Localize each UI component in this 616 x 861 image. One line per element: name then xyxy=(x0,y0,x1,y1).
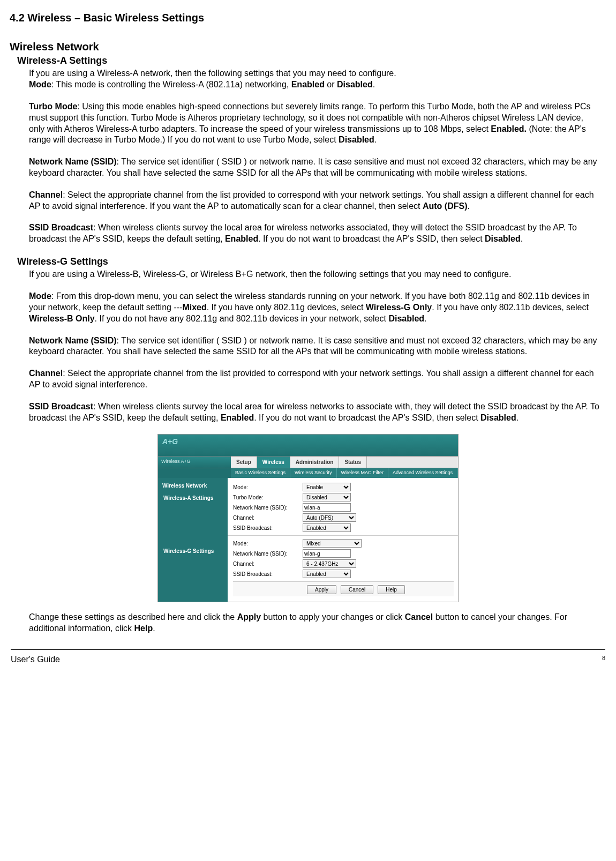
subtab-security[interactable]: Wireless Security xyxy=(290,468,337,478)
cancel-button[interactable]: Cancel xyxy=(341,585,373,594)
g-channel: Channel: Select the appropriate channel … xyxy=(29,368,601,391)
select-channel-g[interactable]: 6 - 2.437GHz xyxy=(303,559,356,568)
subtab-basic[interactable]: Basic Wireless Settings xyxy=(231,468,290,478)
section-title: 4.2 Wireless – Basic Wireless Settings xyxy=(10,11,606,25)
side-group-g: Wireless-G Settings xyxy=(158,545,228,557)
input-ssid-g[interactable] xyxy=(303,549,351,558)
g-ssid: Network Name (SSID): The service set ide… xyxy=(29,335,601,358)
tab-status[interactable]: Status xyxy=(339,456,367,468)
tab-administration[interactable]: Administration xyxy=(290,456,340,468)
g-broadcast: SSID Broadcast: When wireless clients su… xyxy=(29,401,601,424)
select-mode-a[interactable]: Enable xyxy=(303,483,351,491)
a-broadcast: SSID Broadcast: When wireless clients su… xyxy=(29,222,601,245)
router-ui-screenshot: A+G Wireless A+G Setup Wireless Administ… xyxy=(10,434,606,602)
select-bcast-g[interactable]: Enabled xyxy=(303,570,351,578)
field-label-turbo: Turbo Mode: xyxy=(233,494,303,501)
field-label-ssid-a: Network Name (SSID): xyxy=(233,504,303,511)
a-turbo: Turbo Mode: Using this mode enables high… xyxy=(29,101,601,146)
brand-logo: A+G xyxy=(162,437,178,446)
label-ssid: Network Name (SSID) xyxy=(29,157,117,166)
input-ssid-a[interactable] xyxy=(303,503,351,512)
heading-wireless-network: Wireless Network xyxy=(10,40,606,54)
field-label-channel-a: Channel: xyxy=(233,514,303,521)
heading-wireless-g: Wireless-G Settings xyxy=(17,256,606,268)
closing-text: Change these settings as described here … xyxy=(29,612,601,634)
label-mode: Mode xyxy=(29,80,51,89)
label-mode: Mode xyxy=(29,291,51,301)
heading-wireless-a: Wireless-A Settings xyxy=(17,55,606,67)
field-label-mode-a: Mode: xyxy=(233,484,303,491)
footer-guide: User's Guide xyxy=(11,654,60,665)
tab-wireless[interactable]: Wireless xyxy=(257,456,290,468)
field-label-mode-g: Mode: xyxy=(233,540,303,547)
a-channel: Channel: Select the appropriate channel … xyxy=(29,190,601,212)
apply-button[interactable]: Apply xyxy=(307,585,336,594)
field-label-bcast-g: SSID Broadcast: xyxy=(233,571,303,578)
side-group-a: Wireless-A Settings xyxy=(158,492,228,504)
g-mode: Mode: From this drop-down menu, you can … xyxy=(29,291,601,324)
label-turbo: Turbo Mode xyxy=(29,102,77,111)
a-intro: If you are using a Wireless-A network, t… xyxy=(29,68,601,79)
label-channel: Channel xyxy=(29,369,63,378)
side-header: Wireless Network xyxy=(158,481,228,492)
brand-text: Wireless A+G xyxy=(158,456,231,468)
a-mode: Mode: This mode is controlling the Wirel… xyxy=(29,79,601,91)
select-bcast-a[interactable]: Enabled xyxy=(303,523,351,532)
label-broadcast: SSID Broadcast xyxy=(29,402,93,411)
select-turbo-a[interactable]: Disabled xyxy=(303,493,351,501)
subtab-advanced[interactable]: Advanced Wireless Settings xyxy=(388,468,457,478)
select-mode-g[interactable]: Mixed xyxy=(303,539,362,548)
select-channel-a[interactable]: Auto (DFS) xyxy=(303,513,356,522)
subtab-mac-filter[interactable]: Wireless MAC Filter xyxy=(337,468,389,478)
g-intro: If you are using a Wireless-B, Wireless-… xyxy=(29,269,601,280)
footer-page-number: 8 xyxy=(602,654,605,665)
tab-setup[interactable]: Setup xyxy=(231,456,257,468)
label-ssid: Network Name (SSID) xyxy=(29,336,117,345)
field-label-bcast-a: SSID Broadcast: xyxy=(233,525,303,531)
help-button[interactable]: Help xyxy=(378,585,405,594)
label-broadcast: SSID Broadcast xyxy=(29,223,93,232)
field-label-ssid-g: Network Name (SSID): xyxy=(233,550,303,557)
a-ssid: Network Name (SSID): The service set ide… xyxy=(29,156,601,179)
field-label-channel-g: Channel: xyxy=(233,560,303,567)
label-channel: Channel xyxy=(29,190,63,199)
